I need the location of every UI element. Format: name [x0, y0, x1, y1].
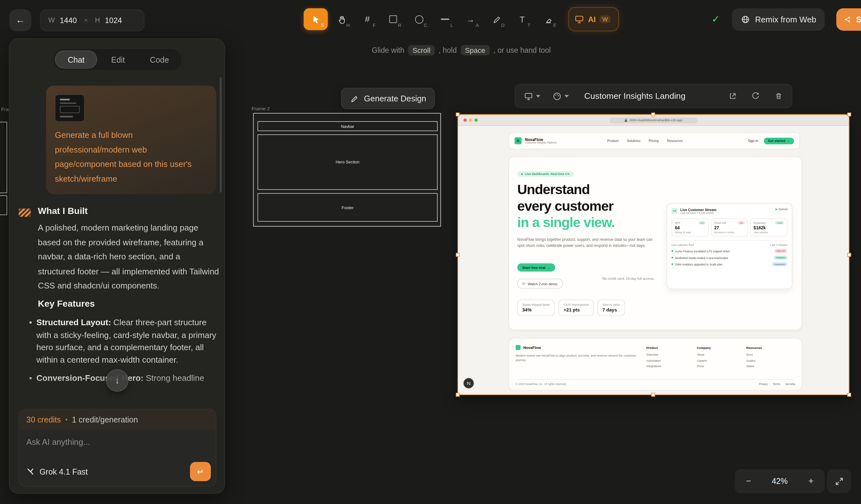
remix-from-web-button[interactable]: Remix from Web	[732, 8, 825, 31]
start-free-trial-button[interactable]: Start free trial →	[517, 263, 555, 271]
watch-demo-button[interactable]: ▷ Watch 2-min demo	[517, 279, 563, 289]
footer-link[interactable]: Status	[746, 363, 762, 369]
site-nav-link[interactable]: Resources	[667, 139, 683, 142]
traffic-light-maximize-icon	[474, 118, 478, 122]
sign-in-link[interactable]: Sign in	[748, 139, 758, 142]
grok-icon	[26, 467, 35, 476]
synced-dot-icon	[775, 209, 777, 210]
footer-link[interactable]: Overview	[646, 352, 661, 358]
tool-text[interactable]: T T	[510, 8, 534, 30]
tab-chat[interactable]: Chat	[55, 51, 98, 69]
wireframe-navbar[interactable]: Navbar	[258, 121, 438, 131]
credits-separator: •	[65, 416, 68, 423]
footer-column: Resources Docs Guides Status	[746, 346, 762, 369]
feed-dot-icon	[671, 250, 673, 252]
share-button[interactable]: S	[836, 8, 861, 31]
site-navbar: N NovaFlow Customer Insights Platform Pr…	[509, 132, 800, 149]
fullscreen-button[interactable]	[827, 469, 851, 493]
footer-link[interactable]: Careers	[697, 358, 711, 363]
tab-edit[interactable]: Edit	[97, 51, 139, 69]
preview-title[interactable]: Customer Insights Landing	[584, 91, 685, 101]
footer-legal-link[interactable]: Privacy	[759, 382, 768, 386]
footer-link[interactable]: About	[697, 352, 711, 358]
metric-tile: Expansion+18% $182k Open pipeline	[750, 219, 788, 237]
width-input[interactable]: 1440	[60, 16, 77, 25]
footer-link[interactable]: Automation	[646, 358, 661, 363]
resize-handle[interactable]	[651, 113, 655, 116]
wireframe-hero[interactable]: Hero Section	[258, 134, 438, 190]
height-input[interactable]: 1024	[105, 16, 122, 25]
down-arrow-icon: ↓	[115, 376, 119, 386]
tool-arrow[interactable]: → A	[459, 8, 482, 30]
tool-line[interactable]: L	[433, 8, 457, 30]
footer-link[interactable]: Integrations	[646, 363, 661, 369]
width-label: W	[48, 16, 55, 24]
zoom-out-button[interactable]: −	[743, 476, 754, 486]
device-selector[interactable]	[524, 92, 540, 101]
tool-rectangle[interactable]: R	[381, 8, 405, 30]
footer-legal-link[interactable]: Security	[785, 382, 795, 386]
tool-ai[interactable]: AI W	[569, 7, 619, 31]
frame2-label[interactable]: Frame 2	[251, 106, 270, 111]
resize-handle[interactable]	[847, 253, 851, 257]
dimension-separator: ×	[84, 16, 88, 24]
open-external-button[interactable]	[728, 92, 737, 100]
footer-link[interactable]: Guides	[746, 358, 762, 363]
back-button[interactable]: ←	[9, 9, 31, 31]
navigation-hint: Glide with Scroll , hold Space , or use …	[308, 45, 615, 56]
tab-code[interactable]: Code	[139, 51, 180, 69]
url-text: 3000-rlop8b9fuxebnahqefjbk.e2b.app	[630, 118, 682, 122]
zoom-level[interactable]: 42%	[772, 477, 788, 486]
tool-eraser[interactable]: E	[536, 8, 560, 30]
traffic-light-close-icon	[463, 118, 467, 122]
edge-frame-box[interactable]	[0, 122, 7, 193]
scroll-to-bottom-button[interactable]: ↓	[106, 369, 128, 392]
zoom-in-button[interactable]: +	[806, 476, 817, 486]
send-button[interactable]: ↵	[190, 462, 211, 481]
site-nav-link[interactable]: Solutions	[627, 139, 640, 142]
site-nav-link[interactable]: Pricing	[648, 139, 658, 142]
edge-frame-box[interactable]	[0, 195, 7, 215]
hero-stats: Teams shipped faster 34% CSAT improvemen…	[517, 300, 625, 316]
model-selector[interactable]: Grok 4.1 Fast	[40, 467, 88, 476]
footer-link[interactable]: Docs	[746, 352, 762, 358]
resize-handle[interactable]	[847, 113, 851, 116]
theme-selector[interactable]	[552, 92, 569, 101]
circle-icon	[415, 15, 423, 23]
chat-input[interactable]: Ask AI anything...	[26, 437, 209, 446]
panel-scrollbar[interactable]	[220, 78, 222, 193]
chat-panel: Chat Edit Code Generate a full blown pro…	[9, 38, 225, 494]
tool-draw[interactable]: D	[484, 8, 508, 30]
resize-handle[interactable]	[456, 253, 460, 257]
tool-select[interactable]: S	[304, 8, 328, 30]
feed-title: Live customer feed	[671, 244, 694, 247]
tool-frame[interactable]: # F	[355, 8, 379, 30]
generate-design-button[interactable]: Generate Design	[341, 88, 435, 109]
frame2-wireframe[interactable]: Navbar Hero Section Footer	[253, 113, 441, 226]
site-nav-link[interactable]: Product	[607, 139, 618, 142]
tool-ellipse[interactable]: C	[407, 8, 431, 30]
get-started-button[interactable]: Get started →	[764, 138, 794, 144]
hint-text: , or use hand tool	[494, 46, 551, 54]
traffic-light-minimize-icon	[469, 118, 472, 122]
footer-legal-link[interactable]: Terms	[773, 382, 780, 386]
dashboard-subtitle: Last 24 hours • 8,128 events	[681, 212, 717, 214]
wireframe-navbar-label: Navbar	[341, 124, 354, 128]
resize-handle[interactable]	[847, 393, 851, 396]
delete-button[interactable]	[774, 92, 783, 100]
space-keycap: Space	[461, 45, 490, 56]
resize-handle[interactable]	[456, 393, 460, 396]
resize-handle[interactable]	[456, 113, 460, 116]
site-logo: N	[514, 137, 521, 144]
cx-icon: CX	[671, 208, 678, 214]
resize-handle[interactable]	[651, 393, 655, 396]
tool-hand[interactable]: H	[329, 8, 353, 30]
refresh-button[interactable]	[751, 92, 760, 100]
preview-window[interactable]: 3000-rlop8b9fuxebnahqefjbk.e2b.app N Nov…	[458, 115, 849, 395]
bullet-icon: •	[29, 317, 32, 366]
wireframe-footer[interactable]: Footer	[258, 193, 438, 222]
collaborator-avatar[interactable]: N	[463, 378, 474, 389]
stat-card: CSAT improvement +21 pts	[559, 300, 593, 316]
feed-meta: Last 3 minutes	[770, 244, 788, 247]
footer-link[interactable]: Press	[697, 363, 711, 369]
